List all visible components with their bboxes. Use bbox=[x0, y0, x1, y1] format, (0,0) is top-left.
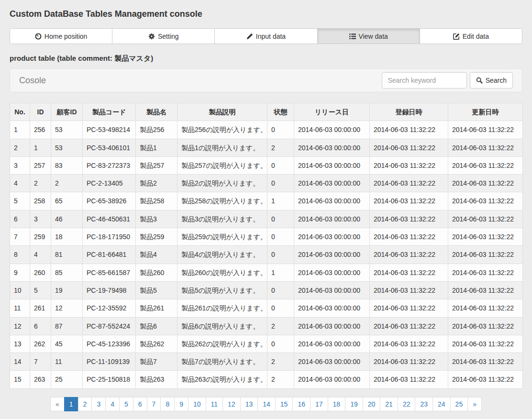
column-header: 製品説明 bbox=[177, 103, 267, 121]
pagination-page-23[interactable]: 23 bbox=[415, 397, 433, 411]
search-button[interactable]: Search bbox=[470, 72, 513, 88]
pagination-page-13[interactable]: 13 bbox=[240, 397, 258, 411]
pagination-next[interactable]: » bbox=[467, 397, 482, 411]
table-row: 1526325PC-25-150818製品263製品263の説明が入ります。22… bbox=[10, 371, 523, 388]
table-cell: 2014-06-03 11:32:22 bbox=[448, 335, 523, 353]
pagination-page-6[interactable]: 6 bbox=[133, 397, 147, 411]
pagination-page-2[interactable]: 2 bbox=[78, 397, 92, 411]
pagination-page-9[interactable]: 9 bbox=[174, 397, 188, 411]
table-cell: PC-19-79498 bbox=[83, 281, 136, 299]
table-cell: 3 bbox=[10, 156, 30, 174]
table-cell: 87 bbox=[51, 317, 83, 335]
nav-tabs: Home position Setting bbox=[10, 28, 522, 44]
table-cell: 260 bbox=[30, 264, 51, 281]
table-cell: 製品257 bbox=[136, 156, 177, 174]
table-cell: 2 bbox=[267, 139, 294, 156]
table-cell: 11 bbox=[10, 299, 30, 317]
table-cell: 製品5の説明が入ります。 bbox=[177, 281, 267, 299]
pagination-page-12[interactable]: 12 bbox=[222, 397, 241, 411]
table-cell: 2014-06-03 00:00:00 bbox=[294, 121, 370, 139]
table-cell: 2014-06-03 11:32:22 bbox=[448, 281, 523, 299]
pagination-page-5[interactable]: 5 bbox=[119, 397, 133, 411]
table-cell: 製品259の説明が入ります。 bbox=[177, 228, 267, 246]
pagination-prev[interactable]: « bbox=[50, 397, 65, 411]
table-cell: 262 bbox=[30, 335, 51, 353]
table-cell: 7 bbox=[30, 353, 51, 371]
table-cell: 製品258 bbox=[136, 192, 177, 210]
table-cell: 2014-06-03 11:32:22 bbox=[448, 353, 523, 371]
tab-input-data[interactable]: Input data bbox=[214, 28, 317, 44]
pagination-page-15[interactable]: 15 bbox=[275, 397, 293, 411]
pagination-page-24[interactable]: 24 bbox=[432, 397, 451, 411]
pagination-page-22[interactable]: 22 bbox=[398, 397, 416, 411]
pagination-page-7[interactable]: 7 bbox=[147, 397, 161, 411]
table-cell: 製品7 bbox=[136, 353, 177, 371]
pagination-page-25[interactable]: 25 bbox=[450, 397, 468, 411]
pagination-page-19[interactable]: 19 bbox=[345, 397, 363, 411]
pagination-page-18[interactable]: 18 bbox=[328, 397, 346, 411]
table-cell: 2014-06-03 00:00:00 bbox=[294, 371, 370, 388]
table-cell: 2014-06-03 00:00:00 bbox=[294, 264, 370, 281]
table-cell: PC-18-171950 bbox=[83, 228, 136, 246]
page: Custom DataBase Tables Management consol… bbox=[0, 0, 532, 419]
table-cell: 5 bbox=[10, 192, 30, 210]
table-cell: 製品263 bbox=[136, 371, 177, 388]
table-row: 926085PC-85-661587製品260製品260の説明が入ります。120… bbox=[10, 264, 523, 281]
table-cell: 2014-06-03 11:32:22 bbox=[448, 246, 523, 264]
table-cell: 2 bbox=[51, 175, 83, 192]
tab-home-position[interactable]: Home position bbox=[10, 28, 112, 44]
table-cell: PC-11-109139 bbox=[83, 353, 136, 371]
table-cell: 256 bbox=[30, 121, 51, 139]
pagination-page-8[interactable]: 8 bbox=[160, 397, 175, 411]
table-cell: 2014-06-03 00:00:00 bbox=[294, 139, 370, 156]
table-cell: 14 bbox=[10, 353, 30, 371]
product-table: No.ID顧客ID製品コード製品名製品説明状態リリース日登録日時更新日時 125… bbox=[10, 103, 523, 389]
list-icon bbox=[349, 33, 356, 40]
table-cell: 2014-06-03 11:32:22 bbox=[370, 371, 448, 388]
table-cell: 製品261 bbox=[136, 299, 177, 317]
tab-edit-data[interactable]: Edit data bbox=[420, 28, 522, 44]
pagination-page-10[interactable]: 10 bbox=[188, 397, 206, 411]
table-cell: 7 bbox=[10, 228, 30, 246]
table-cell: 45 bbox=[51, 335, 83, 353]
table-cell: 9 bbox=[10, 264, 30, 281]
pagination-wrap: «123456789101112131415161718192021222324… bbox=[10, 397, 522, 411]
table-cell: 25 bbox=[51, 371, 83, 388]
pagination-page-4[interactable]: 4 bbox=[105, 397, 120, 411]
table-cell: 2014-06-03 11:32:22 bbox=[370, 353, 448, 371]
table-cell: 2014-06-03 11:32:22 bbox=[370, 335, 448, 353]
pagination-page-17[interactable]: 17 bbox=[310, 397, 328, 411]
pagination-page-20[interactable]: 20 bbox=[363, 397, 381, 411]
table-cell: 製品262の説明が入ります。 bbox=[177, 335, 267, 353]
table-cell: 2014-06-03 11:32:22 bbox=[448, 210, 523, 228]
table-cell: 0 bbox=[267, 210, 294, 228]
table-cell: 257 bbox=[30, 156, 51, 174]
table-cell: 製品5 bbox=[136, 281, 177, 299]
tab-view-data[interactable]: View data bbox=[317, 28, 420, 44]
table-cell: 2014-06-03 11:32:22 bbox=[448, 371, 523, 388]
pagination-page-16[interactable]: 16 bbox=[292, 397, 310, 411]
pagination-page-14[interactable]: 14 bbox=[257, 397, 276, 411]
table-cell: 2014-06-03 11:32:22 bbox=[448, 192, 523, 210]
table-cell: 11 bbox=[51, 353, 83, 371]
pagination-page-1[interactable]: 1 bbox=[64, 397, 78, 411]
table-cell: 2014-06-03 00:00:00 bbox=[294, 353, 370, 371]
pagination-page-3[interactable]: 3 bbox=[91, 397, 106, 411]
table-cell: 2014-06-03 11:32:22 bbox=[448, 264, 523, 281]
pagination-page-11[interactable]: 11 bbox=[206, 397, 223, 411]
search-input[interactable] bbox=[382, 72, 467, 88]
tab-setting[interactable]: Setting bbox=[112, 28, 215, 44]
table-cell: 2 bbox=[267, 371, 294, 388]
table-cell: 製品263の説明が入ります。 bbox=[177, 371, 267, 388]
table-cell: 18 bbox=[51, 228, 83, 246]
table-cell: 2014-06-03 00:00:00 bbox=[294, 210, 370, 228]
search-form: Search bbox=[382, 72, 513, 88]
pagination-page-21[interactable]: 21 bbox=[380, 397, 398, 411]
table-cell: PC-65-38926 bbox=[83, 192, 136, 210]
edit-icon bbox=[453, 33, 460, 40]
table-cell: 53 bbox=[51, 139, 83, 156]
table-cell: 2014-06-03 00:00:00 bbox=[294, 281, 370, 299]
table-cell: 2014-06-03 11:32:22 bbox=[370, 139, 448, 156]
table-cell: 2 bbox=[267, 317, 294, 335]
table-row: 2153PC-53-406101製品1製品1の説明が入ります。22014-06-… bbox=[10, 139, 523, 156]
